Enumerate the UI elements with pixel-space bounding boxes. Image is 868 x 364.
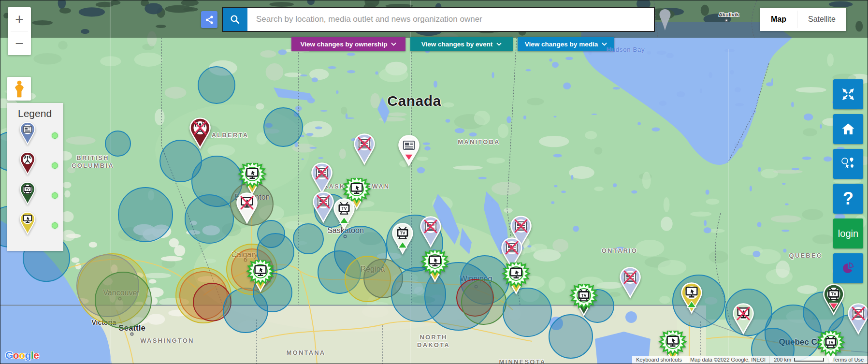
google-logo-letter: e bbox=[33, 349, 39, 361]
map-type-satellite[interactable]: Satellite bbox=[797, 8, 846, 31]
zoom-in-button[interactable]: + bbox=[8, 7, 31, 31]
attribution-bar: Keyboard shortcuts Map data ©2022 Google… bbox=[632, 356, 868, 364]
online-news-pin-icon bbox=[17, 211, 38, 240]
markers-button[interactable] bbox=[833, 149, 863, 179]
help-button[interactable]: ? bbox=[833, 184, 863, 214]
pie-chart-icon bbox=[840, 261, 856, 276]
fullscreen-button[interactable] bbox=[833, 79, 863, 109]
search-bar bbox=[222, 7, 655, 32]
coverage-circle-teal bbox=[198, 67, 235, 103]
map-type-map[interactable]: Map bbox=[760, 8, 797, 31]
legend-title: Legend bbox=[18, 108, 63, 119]
legend-item-newspaper[interactable] bbox=[7, 120, 63, 150]
share-icon bbox=[205, 15, 214, 24]
legend-status-dot bbox=[52, 222, 58, 229]
home-icon bbox=[840, 121, 856, 137]
street-view-pegman[interactable] bbox=[7, 77, 31, 101]
google-logo-letter: o bbox=[13, 349, 19, 361]
expand-arrows-icon bbox=[840, 87, 856, 102]
zoom-control: + − bbox=[8, 7, 31, 55]
legend-status-dot bbox=[52, 192, 58, 199]
map-markers-icon bbox=[840, 156, 856, 172]
google-logo-letter: g bbox=[25, 349, 31, 361]
zoom-out-button[interactable]: − bbox=[8, 31, 31, 55]
scale-control[interactable]: 200 km bbox=[769, 356, 828, 364]
coverage-circle-teal bbox=[549, 315, 593, 358]
location-pin-icon bbox=[658, 8, 672, 31]
coverage-circle-teal bbox=[725, 289, 772, 335]
scale-text: 200 km bbox=[774, 357, 791, 363]
google-logo[interactable]: Google bbox=[5, 349, 39, 361]
coverage-circle-green bbox=[95, 272, 151, 328]
coverage-circle-teal bbox=[185, 195, 233, 243]
keyboard-shortcuts-link[interactable]: Keyboard shortcuts bbox=[632, 356, 686, 364]
legend-item-online[interactable] bbox=[7, 210, 63, 240]
chart-button[interactable] bbox=[833, 253, 863, 283]
coverage-circle-green bbox=[462, 280, 506, 324]
magnifier-icon bbox=[230, 15, 240, 25]
legend-item-radio[interactable] bbox=[7, 150, 63, 180]
scale-ruler bbox=[794, 358, 824, 362]
terms-of-use-link[interactable]: Terms of Use bbox=[828, 356, 868, 364]
legend-item-tv[interactable] bbox=[7, 180, 63, 210]
coverage-circle-teal bbox=[118, 188, 173, 242]
coverage-circle-teal bbox=[105, 131, 130, 156]
google-logo-letter: G bbox=[5, 349, 13, 361]
pegman-icon bbox=[13, 80, 26, 98]
radio-pin-icon bbox=[17, 151, 38, 180]
share-button[interactable] bbox=[201, 11, 217, 28]
map-type-control: Map Satellite bbox=[760, 8, 846, 31]
media-map-app: TV bbox=[0, 0, 868, 364]
side-toolbar: ?login bbox=[833, 79, 863, 288]
coverage-circle-teal bbox=[315, 194, 347, 227]
coverage-circle-teal bbox=[503, 288, 551, 336]
newspaper-pin-icon bbox=[17, 121, 38, 150]
coverage-circle-teal bbox=[257, 233, 294, 270]
legend-status-dot bbox=[52, 132, 58, 139]
coverage-circle-teal bbox=[253, 273, 292, 312]
coverage-circle-teal bbox=[581, 290, 614, 322]
google-logo-letter: o bbox=[19, 349, 25, 361]
search-input[interactable] bbox=[247, 8, 654, 31]
legend-status-dot bbox=[52, 162, 58, 169]
coverage-circle-teal bbox=[264, 108, 303, 146]
coverage-circle-teal bbox=[387, 215, 443, 271]
coverage-circle-teal bbox=[673, 275, 725, 327]
login-button[interactable]: login bbox=[833, 218, 863, 248]
coverage-circle-olive bbox=[231, 183, 273, 225]
search-button[interactable] bbox=[223, 8, 247, 31]
map-data-text: Map data ©2022 Google, INEGI bbox=[686, 356, 769, 364]
tv-pin-icon bbox=[17, 181, 38, 210]
home-button[interactable] bbox=[833, 114, 863, 144]
legend-panel: Legend bbox=[7, 103, 63, 251]
coverage-circle-teal bbox=[293, 224, 323, 254]
coverage-circles bbox=[0, 0, 868, 364]
